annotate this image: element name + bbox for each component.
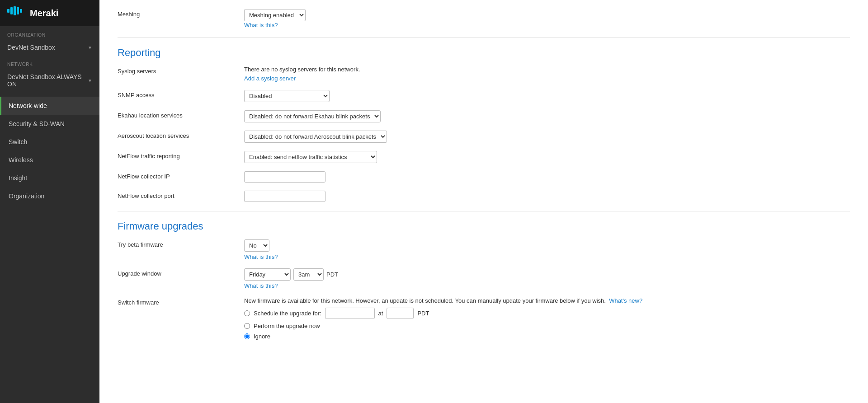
ignore-radio-row: Ignore <box>244 333 850 340</box>
org-name: DevNet Sandbox <box>7 44 55 51</box>
netflow-ip-input[interactable] <box>244 171 326 183</box>
aeroscout-field-value: Disabled: do not forward Aeroscout blink… <box>244 131 850 143</box>
syslog-field-value: There are no syslog servers for this net… <box>244 66 850 82</box>
netflow-port-row: NetFlow collector port <box>118 191 850 202</box>
whats-new-link[interactable]: What's new? <box>609 297 642 304</box>
sidebar-item-label-wireless: Wireless <box>9 156 33 164</box>
ekahau-row: Ekahau location services Disabled: do no… <box>118 110 850 122</box>
sidebar-item-network-wide[interactable]: Network-wide <box>0 97 99 115</box>
netflow-reporting-label: NetFlow traffic reporting <box>118 151 244 159</box>
sidebar-item-wireless[interactable]: Wireless <box>0 151 99 169</box>
aeroscout-label: Aeroscout location services <box>118 131 244 139</box>
switch-firmware-options: Schedule the upgrade for: at PDT Perform… <box>244 308 850 340</box>
schedule-at-text: at <box>378 310 383 317</box>
schedule-time-input[interactable] <box>387 308 414 319</box>
schedule-date-input[interactable] <box>325 308 375 319</box>
sidebar: Meraki ORGANIZATION DevNet Sandbox ▼ NET… <box>0 0 99 403</box>
upgrade-window-field-value: Sunday Monday Tuesday Wednesday Thursday… <box>244 268 850 289</box>
svg-rect-1 <box>10 7 13 14</box>
logo-area: Meraki <box>0 0 99 26</box>
meshing-what-is-this-link[interactable]: What is this? <box>244 22 278 28</box>
main-content: Meshing Meshing enabled Meshing disabled… <box>99 0 868 403</box>
cisco-logo-icon <box>7 6 25 20</box>
sidebar-item-label-organization: Organization <box>9 192 44 200</box>
sidebar-item-label-network-wide: Network-wide <box>9 102 47 109</box>
ignore-label-text: Ignore <box>254 333 270 340</box>
divider-2 <box>118 211 850 211</box>
netflow-port-label: NetFlow collector port <box>118 191 244 199</box>
switch-firmware-message-text: New firmware is available for this netwo… <box>244 297 606 304</box>
meshing-field-value: Meshing enabled Meshing disabled What is… <box>244 9 850 28</box>
schedule-timezone-text: PDT <box>417 310 429 317</box>
switch-firmware-label: Switch firmware <box>118 297 244 306</box>
netflow-ip-label: NetFlow collector IP <box>118 171 244 180</box>
sidebar-item-insight[interactable]: Insight <box>0 169 99 187</box>
perform-now-label-text: Perform the upgrade now <box>254 323 320 329</box>
svg-rect-4 <box>20 9 22 13</box>
beta-firmware-label: Try beta firmware <box>118 239 244 248</box>
aeroscout-row: Aeroscout location services Disabled: do… <box>118 131 850 143</box>
network-section-label: NETWORK <box>0 56 99 69</box>
nav-items-container: Network-wide Security & SD-WAN Switch Wi… <box>0 97 99 205</box>
beta-what-is-this-link[interactable]: What is this? <box>244 253 278 260</box>
upgrade-day-select[interactable]: Sunday Monday Tuesday Wednesday Thursday… <box>244 268 291 281</box>
netflow-reporting-row: NetFlow traffic reporting Disabled: do n… <box>118 151 850 163</box>
firmware-title: Firmware upgrades <box>118 220 850 232</box>
ignore-radio[interactable] <box>244 333 250 339</box>
upgrade-window-row: Upgrade window Sunday Monday Tuesday Wed… <box>118 268 850 289</box>
meshing-label: Meshing <box>118 9 244 18</box>
network-chevron-icon: ▼ <box>88 78 92 83</box>
beta-firmware-row: Try beta firmware No Yes What is this? <box>118 239 850 260</box>
netflow-port-field-value <box>244 191 850 202</box>
perform-now-radio-row: Perform the upgrade now <box>244 323 850 329</box>
upgrade-window-label: Upgrade window <box>118 268 244 277</box>
sidebar-item-switch[interactable]: Switch <box>0 133 99 151</box>
ekahau-select[interactable]: Disabled: do not forward Ekahau blink pa… <box>244 110 381 122</box>
network-name: DevNet Sandbox ALWAYS ON <box>7 73 88 88</box>
meshing-row: Meshing Meshing enabled Meshing disabled… <box>118 9 850 28</box>
netflow-ip-row: NetFlow collector IP <box>118 171 850 183</box>
netflow-port-input[interactable] <box>244 191 326 202</box>
reporting-section: Reporting Syslog servers There are no sy… <box>118 47 850 202</box>
org-dropdown[interactable]: DevNet Sandbox ▼ <box>0 39 99 56</box>
reporting-title: Reporting <box>118 47 850 59</box>
snmp-select[interactable]: Disabled Community string (v1, v2c) User… <box>244 90 330 102</box>
schedule-radio[interactable] <box>244 310 250 316</box>
sidebar-item-label-insight: Insight <box>9 174 27 182</box>
snmp-field-value: Disabled Community string (v1, v2c) User… <box>244 90 850 102</box>
beta-firmware-select[interactable]: No Yes <box>244 239 269 252</box>
perform-now-radio[interactable] <box>244 323 250 329</box>
upgrade-window-selects: Sunday Monday Tuesday Wednesday Thursday… <box>244 268 850 281</box>
netflow-reporting-select[interactable]: Disabled: do not send netflow traffic st… <box>244 151 377 163</box>
sidebar-item-security-sd-wan[interactable]: Security & SD-WAN <box>0 115 99 133</box>
org-section-label: ORGANIZATION <box>0 26 99 39</box>
sidebar-item-organization[interactable]: Organization <box>0 187 99 205</box>
syslog-no-servers-text: There are no syslog servers for this net… <box>244 66 850 73</box>
svg-rect-0 <box>7 9 9 13</box>
aeroscout-select[interactable]: Disabled: do not forward Aeroscout blink… <box>244 131 387 143</box>
svg-rect-3 <box>17 7 19 14</box>
divider-1 <box>118 37 850 38</box>
svg-rect-2 <box>14 6 16 15</box>
ekahau-field-value: Disabled: do not forward Ekahau blink pa… <box>244 110 850 122</box>
firmware-section: Firmware upgrades Try beta firmware No Y… <box>118 220 850 340</box>
org-chevron-icon: ▼ <box>88 45 92 50</box>
switch-firmware-row: Switch firmware New firmware is availabl… <box>118 297 850 340</box>
beta-firmware-field-value: No Yes What is this? <box>244 239 850 260</box>
snmp-label: SNMP access <box>118 90 244 98</box>
sidebar-item-label-switch: Switch <box>9 138 27 145</box>
ekahau-label: Ekahau location services <box>118 110 244 119</box>
netflow-ip-field-value <box>244 171 850 183</box>
upgrade-window-what-is-this-link[interactable]: What is this? <box>244 282 278 289</box>
add-syslog-link[interactable]: Add a syslog server <box>244 75 296 82</box>
sidebar-item-label-security-sd-wan: Security & SD-WAN <box>9 120 65 127</box>
snmp-row: SNMP access Disabled Community string (v… <box>118 90 850 102</box>
switch-firmware-message: New firmware is available for this netwo… <box>244 297 850 304</box>
network-dropdown[interactable]: DevNet Sandbox ALWAYS ON ▼ <box>0 69 99 92</box>
schedule-label-text: Schedule the upgrade for: <box>254 310 321 317</box>
schedule-radio-row: Schedule the upgrade for: at PDT <box>244 308 850 319</box>
syslog-row: Syslog servers There are no syslog serve… <box>118 66 850 82</box>
upgrade-time-select[interactable]: 12am 1am 2am 3am 4am <box>293 268 324 281</box>
meshing-select[interactable]: Meshing enabled Meshing disabled <box>244 9 306 21</box>
brand-name: Meraki <box>30 8 58 19</box>
